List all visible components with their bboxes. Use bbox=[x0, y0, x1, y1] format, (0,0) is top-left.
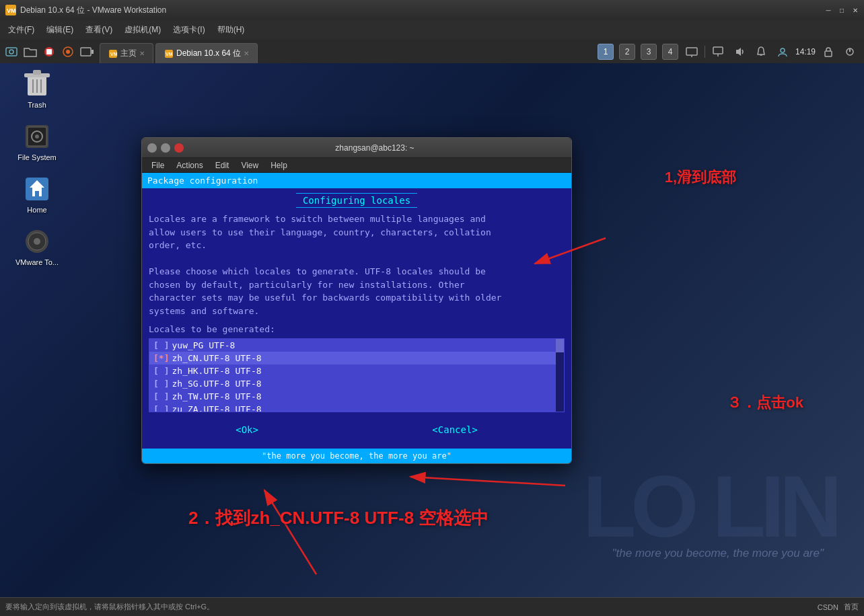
close-window-button[interactable]: ✕ bbox=[849, 4, 861, 16]
menu-edit[interactable]: 编辑(E) bbox=[41, 23, 79, 37]
bg-quote: "the more you become, the more you are" bbox=[612, 547, 824, 560]
svg-line-40 bbox=[410, 477, 565, 486]
terminal-title: zhangsan@abc123: ~ bbox=[184, 143, 566, 153]
locales-section: Locales to be generated: [ ] yuw_PG UTF-… bbox=[149, 324, 565, 412]
vmware-menubar: 文件(F) 编辑(E) 查看(V) 虚拟机(M) 选项卡(I) 帮助(H) bbox=[0, 20, 864, 39]
csdn-label: CSDN bbox=[818, 603, 838, 611]
home-label: Home bbox=[27, 206, 46, 214]
volume-icon-button[interactable] bbox=[731, 43, 748, 61]
svg-rect-1 bbox=[6, 48, 17, 56]
tab-bar: VM 主页 ✕ VM Debian 10.x 64 位 ✕ 1 2 3 4 bbox=[0, 39, 864, 63]
menu-help[interactable]: 帮助(H) bbox=[212, 23, 250, 37]
toolbar-right: 1 2 3 4 14:19 bbox=[597, 43, 864, 63]
stop-button[interactable] bbox=[40, 43, 58, 61]
maximize-button[interactable]: □ bbox=[836, 4, 848, 16]
vm-icon-button[interactable] bbox=[3, 43, 20, 61]
home-icon[interactable]: Home bbox=[13, 175, 61, 214]
terminal-titlebar: zhangsan@abc123: ~ bbox=[142, 138, 571, 158]
screen-icon-button[interactable] bbox=[683, 43, 700, 61]
svg-point-6 bbox=[66, 50, 70, 54]
terminal-minimize-button[interactable] bbox=[147, 143, 157, 153]
svg-rect-4 bbox=[46, 49, 52, 54]
tab-home-label: 主页 bbox=[120, 48, 137, 59]
tabs-container: VM 主页 ✕ VM Debian 10.x 64 位 ✕ bbox=[100, 43, 259, 63]
folder-button[interactable] bbox=[22, 43, 39, 61]
dialog-title-text: Configuring locales bbox=[296, 193, 417, 208]
menu-file[interactable]: 文件(F) bbox=[3, 23, 40, 37]
vmware-logo-icon: VM bbox=[5, 5, 16, 15]
locale-item-zhsg[interactable]: [ ] zh_SG.UTF-8 UTF-8 bbox=[149, 377, 564, 390]
locale-checkbox-zhhk: [ ] bbox=[153, 366, 169, 376]
terminal-menu-actions[interactable]: Actions bbox=[171, 159, 208, 171]
num-btn-1[interactable]: 1 bbox=[598, 44, 614, 60]
clock-display: 14:19 bbox=[795, 47, 816, 56]
svg-rect-20 bbox=[825, 51, 832, 56]
terminal-menu: File Actions Edit View Help bbox=[142, 158, 571, 173]
terminal-controls bbox=[147, 143, 184, 153]
svg-rect-7 bbox=[81, 48, 91, 56]
terminal-menu-edit[interactable]: Edit bbox=[210, 159, 235, 171]
bg-decoration: LO LIN bbox=[583, 456, 837, 557]
terminal-menu-help[interactable]: Help bbox=[265, 159, 293, 171]
power-icon-button[interactable] bbox=[841, 43, 859, 61]
num-btn-4[interactable]: 4 bbox=[662, 44, 678, 60]
dialog-buttons: <Ok> <Cancel> bbox=[149, 422, 565, 442]
tab-debian-close[interactable]: ✕ bbox=[244, 50, 249, 57]
dialog-ok-button[interactable]: <Ok> bbox=[222, 422, 272, 438]
user-icon-button[interactable] bbox=[774, 43, 791, 61]
homepage-label: 首页 bbox=[844, 602, 859, 612]
menu-tabs[interactable]: 选项卡(I) bbox=[168, 23, 210, 37]
locale-item-zhtw[interactable]: [ ] zh_TW.UTF-8 UTF-8 bbox=[149, 390, 564, 403]
svg-text:VM: VM bbox=[166, 52, 173, 56]
tab-debian[interactable]: VM Debian 10.x 64 位 ✕ bbox=[155, 43, 258, 63]
num-btn-2[interactable]: 2 bbox=[619, 44, 635, 60]
scrollbar-thumb bbox=[556, 339, 564, 352]
locales-label: Locales to be generated: bbox=[149, 324, 565, 334]
terminal-menu-file[interactable]: File bbox=[146, 159, 170, 171]
num-btn-3[interactable]: 3 bbox=[641, 44, 657, 60]
locale-label-zhhk: zh_HK.UTF-8 UTF-8 bbox=[172, 366, 261, 376]
locales-list[interactable]: [ ] yuw_PG UTF-8 [*] zh_CN.UTF-8 UTF-8 [… bbox=[149, 338, 565, 412]
lock-icon-button[interactable] bbox=[820, 43, 837, 61]
terminal-window: zhangsan@abc123: ~ File Actions Edit Vie… bbox=[141, 137, 572, 464]
svg-point-19 bbox=[781, 48, 785, 52]
dialog-cancel-button[interactable]: <Cancel> bbox=[419, 422, 491, 438]
svg-point-32 bbox=[35, 134, 39, 139]
tab-debian-label: Debian 10.x 64 位 bbox=[176, 48, 241, 59]
annotation-3-text: ３．点击ok bbox=[727, 393, 803, 413]
trash-icon[interactable]: Trash bbox=[13, 70, 61, 109]
locale-item-zuza[interactable]: [ ] zu_ZA.UTF-8 UTF-8 bbox=[149, 403, 564, 412]
locale-label-zhtw: zh_TW.UTF-8 UTF-8 bbox=[172, 391, 261, 401]
svg-rect-13 bbox=[686, 48, 697, 55]
locales-scrollbar[interactable] bbox=[556, 339, 564, 412]
dropdown-button[interactable] bbox=[78, 43, 96, 61]
vmware-desktop-icon[interactable]: VMware To... bbox=[13, 227, 61, 266]
browser-button[interactable] bbox=[59, 43, 77, 61]
home-icon-image bbox=[23, 175, 51, 203]
svg-point-2 bbox=[9, 50, 13, 54]
minimize-button[interactable]: ─ bbox=[822, 4, 834, 16]
locale-checkbox-zhcn: [*] bbox=[153, 353, 169, 363]
locale-item-zhcn[interactable]: [*] zh_CN.UTF-8 UTF-8 bbox=[149, 352, 564, 364]
vmware-desktop-label: VMware To... bbox=[15, 258, 59, 266]
filesystem-icon[interactable]: File System bbox=[13, 122, 61, 161]
window-controls: ─ □ ✕ bbox=[822, 4, 864, 16]
menu-vm[interactable]: 虚拟机(M) bbox=[119, 23, 166, 37]
menu-view[interactable]: 查看(V) bbox=[80, 23, 118, 37]
toolbar-sep bbox=[705, 46, 705, 58]
locale-item-zhhk[interactable]: [ ] zh_HK.UTF-8 UTF-8 bbox=[149, 364, 564, 377]
monitor-icon-button[interactable] bbox=[709, 43, 727, 61]
tab-home-close[interactable]: ✕ bbox=[139, 50, 145, 57]
dialog-description: Locales are a framework to switch betwee… bbox=[149, 213, 565, 317]
bell-icon-button[interactable] bbox=[752, 43, 770, 61]
bottom-bar-text: "the more you become, the more you are" bbox=[262, 451, 452, 461]
terminal-menu-view[interactable]: View bbox=[236, 159, 264, 171]
window-title: Debian 10.x 64 位 - VMware Workstation bbox=[20, 5, 166, 16]
terminal-close-button[interactable] bbox=[174, 143, 184, 153]
locale-item-yuw[interactable]: [ ] yuw_PG UTF-8 bbox=[149, 339, 564, 352]
filesystem-label: File System bbox=[17, 153, 56, 161]
terminal-maximize-button[interactable] bbox=[161, 143, 170, 153]
dialog-box: Configuring locales Locales are a framew… bbox=[142, 188, 571, 449]
vmware-titlebar: VM Debian 10.x 64 位 - VMware Workstation… bbox=[0, 0, 864, 20]
tab-home[interactable]: VM 主页 ✕ bbox=[100, 43, 153, 63]
